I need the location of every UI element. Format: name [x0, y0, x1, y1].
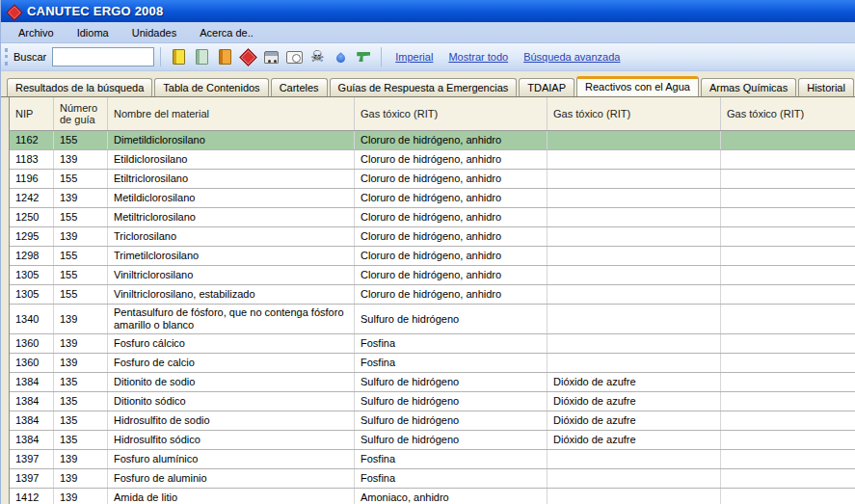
cell-toxic-gas-2 — [548, 208, 721, 226]
toolbar-link[interactable]: Imperial — [395, 51, 433, 63]
cell-material-name: Dimetildiclorosilano — [108, 131, 355, 149]
cell-toxic-gas-3 — [721, 373, 855, 391]
tab[interactable]: Guías de Respuesta a Emergencias — [330, 78, 518, 96]
table-row[interactable]: 1242 139 Metildiclorosilano Cloruro de h… — [10, 189, 855, 208]
red-diamond-placard-icon[interactable] — [238, 47, 257, 66]
search-input[interactable] — [52, 47, 154, 66]
table-row[interactable]: 1360 139 Fosfuro de calcio Fosfina — [10, 354, 855, 373]
cell-toxic-gas-2 — [548, 247, 721, 265]
cell-toxic-gas-3 — [721, 227, 855, 246]
orange-book-icon[interactable] — [215, 47, 234, 66]
cell-toxic-gas-2: Dióxido de azufre — [548, 373, 721, 391]
cell-guide-number: 155 — [54, 285, 108, 304]
toolbar-link[interactable]: Búsqueda avanzada — [523, 51, 620, 63]
column-header[interactable]: Gas tóxico (RIT) — [721, 97, 855, 130]
table-row[interactable]: 1340 139 Pentasulfuro de fósforo, que no… — [10, 305, 855, 334]
cell-nip: 1397 — [10, 469, 54, 488]
table-row[interactable]: 1298 155 Trimetilclorosilano Cloruro de … — [10, 247, 855, 266]
cell-material-name: Ditionito de sodio — [108, 373, 355, 391]
table-row[interactable]: 1412 139 Amida de litio Amoniaco, anhidr… — [10, 489, 855, 504]
menu-item[interactable]: Archivo — [7, 24, 66, 41]
cell-guide-number: 139 — [54, 150, 108, 169]
cell-toxic-gas-1: Cloruro de hidrógeno, anhidro — [355, 227, 548, 246]
cell-toxic-gas-1: Sulfuro de hidrógeno — [355, 431, 548, 449]
yellow-book-icon[interactable] — [169, 47, 188, 66]
toolbar: Buscar — [1, 43, 855, 71]
cell-nip: 1384 — [10, 373, 54, 391]
tab[interactable]: Historial — [798, 78, 854, 96]
cell-nip: 1162 — [10, 131, 54, 149]
cell-toxic-gas-1: Fosfina — [355, 354, 548, 372]
cell-nip: 1242 — [10, 189, 54, 207]
table-row[interactable]: 1360 139 Fosfuro cálcico Fosfina — [10, 334, 855, 354]
cell-material-name: Ditionito sódico — [108, 392, 355, 411]
toolbar-link[interactable]: Mostrar todo — [448, 51, 508, 63]
cell-toxic-gas-1: Sulfuro de hidrógeno — [355, 305, 548, 333]
tank-car-icon[interactable] — [284, 47, 304, 66]
table-row[interactable]: 1384 135 Ditionito sódico Sulfuro de hid… — [10, 392, 855, 411]
tab[interactable]: Armas Químicas — [701, 78, 796, 96]
tab[interactable]: Reactivos con el Agua — [576, 76, 699, 96]
table-row[interactable]: 1397 139 Fosfuro alumínico Fosfina — [10, 450, 855, 469]
water-reactive-materials-table: NIP Número de guía Nombre del material G… — [9, 97, 855, 504]
cell-toxic-gas-3 — [721, 247, 855, 265]
table-row[interactable]: 1250 155 Metiltriclorosilano Cloruro de … — [10, 208, 855, 227]
cell-toxic-gas-2 — [548, 170, 721, 188]
tab[interactable]: TDAIAP — [519, 78, 574, 96]
cell-nip: 1384 — [10, 392, 54, 411]
cell-toxic-gas-2 — [548, 489, 721, 504]
cell-guide-number: 139 — [54, 469, 108, 488]
column-header[interactable]: NIP — [10, 97, 54, 130]
toolbar-grip-handle[interactable] — [5, 48, 9, 66]
cell-toxic-gas-1: Amoniaco, anhidro — [355, 489, 548, 504]
cell-material-name: Etiltriclorosilano — [108, 170, 355, 188]
cell-material-name: Metildiclorosilano — [108, 189, 355, 207]
table-row[interactable]: 1384 135 Ditionito de sodio Sulfuro de h… — [10, 373, 855, 392]
menu-item[interactable]: Idioma — [66, 24, 120, 41]
cell-toxic-gas-3 — [721, 411, 855, 430]
cell-guide-number: 135 — [54, 411, 108, 430]
table-row[interactable]: 1384 135 Hidrosulfito sódico Sulfuro de … — [10, 431, 855, 450]
cell-material-name: Fosfuro cálcico — [108, 334, 355, 353]
window-title: CANUTEC ERGO 2008 — [27, 4, 163, 18]
cell-toxic-gas-1: Cloruro de hidrógeno, anhidro — [355, 170, 548, 188]
cell-toxic-gas-2 — [548, 354, 721, 372]
green-book-icon[interactable] — [192, 47, 211, 66]
skull-crossbones-icon[interactable] — [307, 47, 327, 66]
table-row[interactable]: 1196 155 Etiltriclorosilano Cloruro de h… — [10, 170, 855, 189]
tab[interactable]: Resultados de la búsqueda — [7, 78, 152, 96]
cell-toxic-gas-1: Fosfina — [355, 469, 548, 488]
table-row[interactable]: 1305 155 Viniltriclorosilano Cloruro de … — [10, 266, 855, 285]
cell-toxic-gas-1: Cloruro de hidrógeno, anhidro — [355, 131, 548, 149]
menu-item[interactable]: Unidades — [120, 24, 188, 41]
cell-guide-number: 155 — [54, 170, 108, 188]
truck-icon[interactable] — [261, 47, 281, 66]
cell-guide-number: 155 — [54, 266, 108, 284]
cell-toxic-gas-3 — [721, 305, 855, 333]
tab[interactable]: Carteles — [271, 78, 328, 96]
table-body: 1162 155 Dimetildiclorosilano Cloruro de… — [10, 131, 855, 504]
cell-toxic-gas-2 — [548, 285, 721, 304]
table-row[interactable]: 1397 139 Fosfuro de aluminio Fosfina — [10, 469, 855, 489]
table-row[interactable]: 1162 155 Dimetildiclorosilano Cloruro de… — [10, 131, 855, 150]
cell-toxic-gas-2 — [548, 131, 721, 149]
table-row[interactable]: 1295 139 Triclorosilano Cloruro de hidró… — [10, 227, 855, 247]
menu-item[interactable]: Acerca de.. — [188, 24, 265, 41]
table-row[interactable]: 1183 139 Etildiclorosilano Cloruro de hi… — [10, 150, 855, 170]
column-header[interactable]: Número de guía — [54, 97, 108, 130]
cell-guide-number: 139 — [54, 489, 108, 504]
cell-toxic-gas-3 — [721, 285, 855, 304]
cell-toxic-gas-3 — [721, 189, 855, 207]
cell-material-name: Hidrosulfito sódico — [108, 431, 355, 449]
table-row[interactable]: 1384 135 Hidrosulfito de sodio Sulfuro d… — [10, 411, 855, 431]
table-row[interactable]: 1305 155 Viniltriclorosilano, estabiliza… — [10, 285, 855, 305]
column-header[interactable]: Nombre del material — [108, 97, 355, 130]
cell-nip: 1360 — [10, 354, 54, 372]
tab[interactable]: Tabla de Contenidos — [154, 78, 268, 96]
column-header[interactable]: Gas tóxico (RIT) — [355, 97, 548, 130]
cell-guide-number: 139 — [54, 227, 108, 246]
cell-toxic-gas-1: Sulfuro de hidrógeno — [355, 392, 548, 411]
green-gun-icon[interactable] — [354, 47, 373, 66]
water-drop-icon[interactable] — [331, 47, 350, 66]
column-header[interactable]: Gas tóxico (RIT) — [548, 97, 721, 130]
